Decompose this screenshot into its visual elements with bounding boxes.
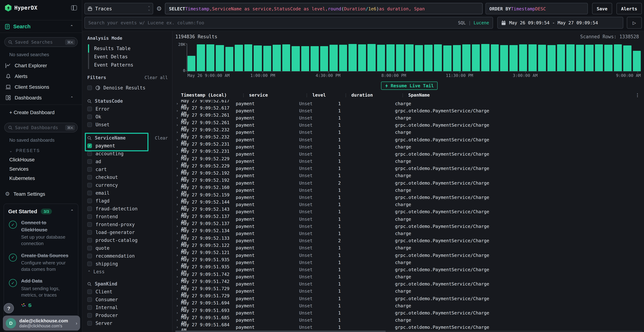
checkbox[interactable] xyxy=(87,167,92,172)
search-icon[interactable] xyxy=(87,136,92,140)
row-expand-chevron-icon[interactable]: › xyxy=(175,188,181,192)
histogram-bar[interactable] xyxy=(528,44,537,71)
filter-option-internal[interactable]: Internal xyxy=(87,304,168,311)
histogram-bar[interactable] xyxy=(462,44,470,71)
saved-searches-field[interactable] xyxy=(15,39,65,45)
create-dashboard-button[interactable]: + Create Dashboard xyxy=(0,106,82,118)
histogram-bar[interactable] xyxy=(396,44,404,71)
filter-option-ad[interactable]: ad xyxy=(87,158,168,165)
histogram-bar[interactable] xyxy=(633,51,641,71)
histogram-bar[interactable] xyxy=(453,45,461,71)
col-header-duration[interactable]: ⋮duration xyxy=(344,92,401,98)
histogram-bar[interactable] xyxy=(311,46,319,71)
get-started-step[interactable]: ✓ Create Data Sources Configure where yo… xyxy=(8,252,74,273)
col-header-level[interactable]: ⋮level xyxy=(305,92,344,98)
checkbox[interactable] xyxy=(87,122,92,127)
row-expand-chevron-icon[interactable]: › xyxy=(175,274,181,279)
histogram-bar[interactable] xyxy=(595,44,603,71)
sidebar-item-chart-explorer[interactable]: Chart Explorer xyxy=(0,60,82,71)
table-row[interactable]: ›May 27 9:09:52.122 AMpaymentUnset1charg… xyxy=(175,244,642,252)
show-less-toggle[interactable]: ⌃ Less xyxy=(87,268,168,274)
user-menu[interactable]: D dale@clickhouse.com dale@clickhouse.co… xyxy=(3,316,80,330)
save-button[interactable]: Save xyxy=(592,3,612,14)
checkbox[interactable] xyxy=(87,254,92,258)
col-header-spanname[interactable]: ⋮SpanName xyxy=(401,92,635,98)
sidebar-item-search[interactable]: Search ⌃ xyxy=(0,20,82,33)
histogram-bar[interactable] xyxy=(510,45,518,71)
histogram-bar[interactable] xyxy=(519,44,527,71)
row-expand-chevron-icon[interactable]: › xyxy=(175,289,181,294)
table-row[interactable]: ›May 27 9:09:51.935 AMpaymentUnset1charg… xyxy=(175,259,642,266)
checkbox[interactable] xyxy=(87,175,92,180)
checkbox[interactable] xyxy=(87,206,92,211)
table-row[interactable]: ›May 27 9:09:51.685 AMpaymentUnset1charg… xyxy=(175,316,642,324)
histogram-bar[interactable] xyxy=(491,44,499,71)
histogram-bar[interactable] xyxy=(415,45,423,71)
checkbox[interactable] xyxy=(87,321,92,326)
checkbox[interactable] xyxy=(87,238,92,242)
histogram-bar[interactable] xyxy=(434,44,442,71)
histogram-bar[interactable] xyxy=(348,44,356,71)
sidebar-item-team-settings[interactable]: ⚙ Team Settings xyxy=(0,188,82,200)
lucene-mode-option[interactable]: Lucene xyxy=(474,20,489,25)
analysis-mode-results-table[interactable]: Results Table xyxy=(89,44,168,52)
filter-option-cart[interactable]: cart xyxy=(87,165,168,173)
histogram-bar[interactable] xyxy=(624,46,632,71)
row-expand-chevron-icon[interactable]: › xyxy=(175,260,181,264)
row-expand-chevron-icon[interactable]: › xyxy=(175,130,181,135)
histogram-bar[interactable] xyxy=(188,56,196,71)
filter-option-ok[interactable]: Ok xyxy=(87,113,168,120)
table-row[interactable]: ›May 27 9:09:52.261 AMpaymentUnset1charg… xyxy=(175,114,642,122)
table-row[interactable]: ›May 27 9:09:52.137 AMpaymentUnset1grpc.… xyxy=(175,222,642,230)
checkbox[interactable] xyxy=(87,198,92,203)
histogram-bar[interactable] xyxy=(538,45,546,71)
table-row[interactable]: ›May 27 9:09:52.232 AMpaymentUnset1charg… xyxy=(175,129,642,136)
checkbox[interactable] xyxy=(87,151,92,156)
filter-option-recommendation[interactable]: recommendation xyxy=(87,252,168,260)
histogram-bar[interactable] xyxy=(206,44,214,71)
row-expand-chevron-icon[interactable]: › xyxy=(175,238,181,243)
preset-services[interactable]: Services xyxy=(0,164,82,174)
checkbox-checked[interactable]: ✓ xyxy=(87,143,92,148)
histogram-bar[interactable] xyxy=(576,45,584,71)
row-expand-chevron-icon[interactable]: › xyxy=(175,267,181,272)
sql-mode-option[interactable]: SQL xyxy=(458,20,466,25)
get-started-step[interactable]: ✓ Connect to ClickHouse Set up your data… xyxy=(8,219,74,247)
checkbox[interactable] xyxy=(87,297,92,302)
table-row[interactable]: ›May 27 9:09:52.159 AMpaymentUnset1grpc.… xyxy=(175,194,642,201)
histogram-bar[interactable] xyxy=(424,45,432,71)
row-expand-chevron-icon[interactable]: › xyxy=(175,310,181,315)
histogram-bar[interactable] xyxy=(405,44,414,71)
row-expand-chevron-icon[interactable]: › xyxy=(175,318,181,322)
row-expand-chevron-icon[interactable]: › xyxy=(175,296,181,301)
histogram-bar[interactable] xyxy=(226,47,234,71)
histogram-bar[interactable] xyxy=(330,45,338,71)
histogram-bar[interactable] xyxy=(566,44,574,71)
histogram-bar[interactable] xyxy=(368,44,376,71)
filter-option-producer[interactable]: Producer xyxy=(87,311,168,319)
alerts-button[interactable]: Alerts xyxy=(616,3,642,14)
search-icon[interactable] xyxy=(87,99,92,103)
histogram-bar[interactable] xyxy=(292,46,300,71)
preset-clickhouse[interactable]: ClickHouse xyxy=(0,155,82,164)
histogram-bar[interactable] xyxy=(197,44,205,71)
row-expand-chevron-icon[interactable]: › xyxy=(175,304,181,308)
table-row[interactable]: ›May 27 9:09:52.231 AMpaymentUnset1grpc.… xyxy=(175,150,642,158)
sidebar-item-alerts[interactable]: Alerts xyxy=(0,71,82,82)
saved-dashboards-input[interactable]: ⌘K xyxy=(4,123,78,132)
checkbox[interactable] xyxy=(87,289,92,294)
table-row[interactable]: ›May 27 9:09:52.121 AMpaymentUnset1grpc.… xyxy=(175,252,642,259)
denoise-checkbox[interactable] xyxy=(87,85,92,90)
row-expand-chevron-icon[interactable]: › xyxy=(175,202,181,207)
row-expand-chevron-icon[interactable]: › xyxy=(175,210,181,214)
histogram-bar[interactable] xyxy=(273,45,281,71)
chevron-up-icon[interactable]: ⌃ xyxy=(70,209,74,214)
row-expand-chevron-icon[interactable]: › xyxy=(175,253,181,258)
histogram-bar[interactable] xyxy=(320,46,328,71)
table-row[interactable]: ›May 27 9:09:52.144 AMpaymentUnset1charg… xyxy=(175,201,642,208)
filter-option-unset[interactable]: Unset xyxy=(87,120,168,128)
filter-option-email[interactable]: email xyxy=(87,189,168,197)
filter-option-product-catalog[interactable]: product-catalog xyxy=(87,236,168,244)
filter-option-payment[interactable]: ✓ payment xyxy=(87,142,168,150)
resume-live-tail-button[interactable]: Resume Live Tail xyxy=(381,82,438,90)
